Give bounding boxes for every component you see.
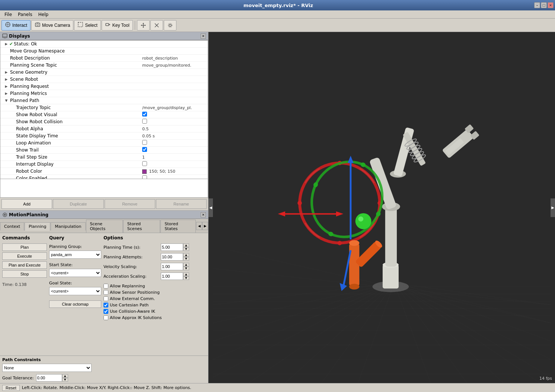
goal-tolerance-up[interactable]: ▲ bbox=[62, 374, 68, 378]
viewport[interactable]: ◀ bbox=[208, 32, 555, 383]
expander-planning-met[interactable]: ▶ bbox=[3, 90, 9, 96]
rename-btn[interactable]: Rename bbox=[156, 199, 207, 209]
expander-planning-req[interactable]: ▶ bbox=[3, 83, 9, 89]
tab-stored-states[interactable]: Stored States bbox=[160, 220, 196, 233]
tree-row[interactable]: ▶ ✔ Status: Ok bbox=[0, 41, 208, 48]
duplicate-btn[interactable]: Duplicate bbox=[53, 199, 103, 209]
accel-scaling-down[interactable]: ▼ bbox=[183, 276, 189, 280]
planning-attempts-input[interactable] bbox=[161, 253, 183, 261]
maximize-btn[interactable]: □ bbox=[541, 2, 547, 8]
select-btn[interactable]: Select bbox=[74, 20, 101, 31]
move-icon-btn[interactable] bbox=[137, 20, 150, 31]
goal-tolerance-input[interactable] bbox=[36, 374, 62, 382]
collapse-right-btn[interactable]: ▶ bbox=[551, 198, 555, 217]
allow-approx-cb[interactable] bbox=[103, 315, 108, 320]
accel-scaling-spinbox[interactable]: ▲ ▼ bbox=[161, 273, 189, 280]
planning-attempts-spinbox[interactable]: ▲ ▼ bbox=[161, 253, 189, 261]
goal-state-select[interactable]: <current> bbox=[49, 287, 101, 295]
planning-group-select[interactable]: panda_arm bbox=[49, 251, 101, 259]
tree-row[interactable]: Move Group Namespace bbox=[0, 48, 208, 55]
tree-row[interactable]: ▶ Planning Request bbox=[0, 83, 208, 90]
reset-btn[interactable]: Reset bbox=[2, 385, 20, 391]
tab-manipulation[interactable]: Manipulation bbox=[51, 222, 85, 230]
tree-row[interactable]: Show Trail bbox=[0, 147, 208, 154]
tree-row[interactable]: ▶ Scene Geometry bbox=[0, 69, 208, 76]
tab-scroll-left[interactable]: ◀ bbox=[196, 222, 202, 230]
tab-stored-scenes[interactable]: Stored Scenes bbox=[123, 220, 160, 233]
allow-replanning-cb[interactable] bbox=[103, 284, 108, 289]
tree-row[interactable]: State Display Time 0.05 s bbox=[0, 133, 208, 140]
show-robot-visual-cb[interactable] bbox=[142, 112, 147, 117]
accel-scaling-up[interactable]: ▲ bbox=[183, 273, 189, 276]
planning-time-input[interactable] bbox=[161, 243, 183, 251]
path-constraints-select[interactable]: None bbox=[2, 364, 92, 372]
tree-row[interactable]: Loop Animation bbox=[0, 140, 208, 147]
plan-execute-btn[interactable]: Plan and Execute bbox=[2, 261, 47, 269]
tree-row[interactable]: Robot Description robot_description bbox=[0, 55, 208, 62]
expander-scene-robot[interactable]: ▶ bbox=[3, 76, 9, 82]
tree-row[interactable]: Interrupt Display bbox=[0, 161, 208, 168]
tree-row[interactable]: Show Robot Collision bbox=[0, 118, 208, 125]
planning-time-spinbox[interactable]: ▲ ▼ bbox=[161, 243, 189, 251]
use-cartesian-cb[interactable] bbox=[103, 303, 108, 307]
planning-attempts-down[interactable]: ▼ bbox=[183, 257, 189, 261]
add-btn[interactable]: Add bbox=[1, 199, 52, 209]
allow-sensor-cb[interactable] bbox=[103, 290, 108, 295]
move-camera-btn[interactable]: Move Camera bbox=[31, 20, 73, 31]
use-collision-cb[interactable] bbox=[103, 309, 108, 314]
tree-row[interactable]: Robot Alpha 0.5 bbox=[0, 125, 208, 133]
menu-help[interactable]: Help bbox=[35, 12, 51, 17]
execute-btn[interactable]: Execute bbox=[2, 252, 47, 260]
velocity-scaling-up[interactable]: ▲ bbox=[183, 263, 189, 267]
menu-panels[interactable]: Panels bbox=[15, 12, 35, 17]
planning-time-up[interactable]: ▲ bbox=[183, 243, 189, 247]
plan-btn[interactable]: Plan bbox=[2, 243, 47, 251]
expander-status[interactable]: ▶ bbox=[3, 41, 9, 47]
velocity-scaling-input[interactable] bbox=[161, 263, 183, 270]
tab-scroll-right[interactable]: ▶ bbox=[202, 222, 208, 230]
menu-file[interactable]: File bbox=[1, 12, 15, 17]
clear-octomap-btn[interactable]: Clear octomap bbox=[49, 300, 101, 308]
show-trail-cb[interactable] bbox=[142, 147, 147, 152]
displays-tree[interactable]: ▶ ✔ Status: Ok Move Group Namespace Robo bbox=[0, 40, 208, 179]
motion-planning-close-btn[interactable]: ✕ bbox=[201, 212, 206, 217]
expander-scene-geo[interactable]: ▶ bbox=[3, 69, 9, 75]
key-tool-btn[interactable]: Key Tool bbox=[102, 20, 133, 31]
loop-animation-cb[interactable] bbox=[142, 140, 147, 145]
tree-row[interactable]: Robot Color 150; 50; 150 bbox=[0, 168, 208, 175]
stop-btn[interactable]: Stop bbox=[2, 270, 47, 278]
tree-row[interactable]: ▶ Planning Metrics bbox=[0, 90, 208, 97]
collapse-left-btn[interactable]: ◀ bbox=[208, 198, 213, 217]
tree-row[interactable]: ▼ Planned Path bbox=[0, 97, 208, 104]
interact-btn[interactable]: Interact bbox=[1, 20, 31, 31]
interrupt-display-cb[interactable] bbox=[142, 161, 147, 166]
allow-external-cb[interactable] bbox=[103, 296, 108, 301]
close-btn[interactable]: × bbox=[548, 2, 554, 8]
remove-btn[interactable]: Remove bbox=[105, 199, 155, 209]
tab-planning[interactable]: Planning bbox=[25, 222, 50, 231]
settings-icon-btn[interactable] bbox=[164, 20, 176, 31]
expander-planned-path[interactable]: ▼ bbox=[3, 98, 9, 103]
color-enabled-cb[interactable] bbox=[142, 175, 147, 179]
planning-time-down[interactable]: ▼ bbox=[183, 247, 189, 251]
tree-row[interactable]: ▶ Scene Robot bbox=[0, 76, 208, 83]
tree-row[interactable]: Trajectory Topic /move_group/display_pl. bbox=[0, 104, 208, 111]
scale-icon-btn[interactable] bbox=[150, 20, 163, 31]
tree-row[interactable]: Planning Scene Topic move_group/monitore… bbox=[0, 62, 208, 69]
planning-attempts-up[interactable]: ▲ bbox=[183, 253, 189, 257]
accel-scaling-input[interactable] bbox=[161, 273, 183, 280]
displays-close-btn[interactable]: ✕ bbox=[201, 34, 206, 39]
goal-tolerance-spinbox[interactable]: ▲ ▼ bbox=[36, 374, 68, 382]
tab-context[interactable]: Context bbox=[0, 222, 24, 230]
goal-tolerance-down[interactable]: ▼ bbox=[62, 378, 68, 382]
tree-row[interactable]: Show Robot Visual bbox=[0, 111, 208, 118]
minimize-btn[interactable]: – bbox=[534, 2, 540, 8]
start-state-select[interactable]: <current> bbox=[49, 269, 101, 277]
velocity-scaling-down[interactable]: ▼ bbox=[183, 267, 189, 270]
tree-row[interactable]: Color Enabled bbox=[0, 175, 208, 179]
show-robot-collision-cb[interactable] bbox=[142, 119, 147, 124]
tree-row[interactable]: Trail Step Size 1 bbox=[0, 154, 208, 161]
tab-scene-objects[interactable]: Scene Objects bbox=[86, 220, 123, 233]
velocity-scaling-spinbox[interactable]: ▲ ▼ bbox=[161, 263, 189, 270]
window-controls[interactable]: – □ × bbox=[534, 2, 555, 8]
